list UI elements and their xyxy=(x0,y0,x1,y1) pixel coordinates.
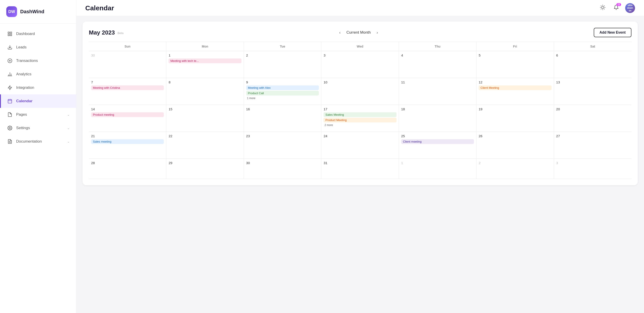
svg-point-17 xyxy=(9,127,10,129)
weekday-mon: Mon xyxy=(166,42,244,51)
sidebar-item-settings[interactable]: Settings ⌄ xyxy=(0,121,76,135)
cal-cell-may13[interactable]: 13 xyxy=(554,78,632,105)
cal-cell-may2[interactable]: 2 xyxy=(244,51,321,78)
bar-chart-icon xyxy=(7,71,12,77)
settings-icon xyxy=(7,125,12,131)
cal-cell-may23[interactable]: 23 xyxy=(244,132,321,159)
event[interactable]: Product Call xyxy=(246,91,319,95)
cal-cell-may29[interactable]: 29 xyxy=(166,159,244,179)
cal-cell-jun3[interactable]: 3 xyxy=(554,159,632,179)
next-month-button[interactable]: › xyxy=(374,29,380,36)
cal-cell-may19[interactable]: 19 xyxy=(476,105,554,132)
cal-cell-may24[interactable]: 24 xyxy=(321,132,399,159)
cal-cell-may17[interactable]: 17 Sales Meeting Product Meeting 2 more xyxy=(321,105,399,132)
sidebar-item-calendar[interactable]: Calendar xyxy=(0,94,76,108)
topbar: Calendar 15 uttindownon xyxy=(76,0,644,16)
day-number: 11 xyxy=(401,80,474,84)
cal-cell-may25[interactable]: 25 Client meeting xyxy=(399,132,476,159)
cal-cell-may22[interactable]: 22 xyxy=(166,132,244,159)
cal-cell-may1[interactable]: 1 Meeting with tech te... xyxy=(166,51,244,78)
weekday-thu: Thu xyxy=(399,42,476,51)
svg-line-24 xyxy=(604,9,604,9)
notifications-button[interactable]: 15 xyxy=(612,3,621,12)
event[interactable]: Meeting with Alex xyxy=(246,85,319,90)
weekday-tue: Tue xyxy=(244,42,321,51)
day-number: 27 xyxy=(556,134,629,138)
day-number: 1 xyxy=(401,161,474,165)
svg-line-23 xyxy=(601,5,601,6)
add-event-button[interactable]: Add New Event xyxy=(594,28,632,37)
weekday-fri: Fri xyxy=(476,42,554,51)
cal-cell-may11[interactable]: 11 xyxy=(399,78,476,105)
prev-month-button[interactable]: ‹ xyxy=(337,29,343,36)
cal-cell-jun2[interactable]: 2 xyxy=(476,159,554,179)
event[interactable]: Sales Meeting xyxy=(324,112,396,117)
day-number: 14 xyxy=(91,107,164,111)
cal-cell-may16[interactable]: 16 xyxy=(244,105,321,132)
sidebar-item-integration[interactable]: Integration xyxy=(0,81,76,94)
cal-cell-may4[interactable]: 4 xyxy=(399,51,476,78)
cal-cell-may14[interactable]: 14 Product meeting xyxy=(89,105,166,132)
cal-cell-may12[interactable]: 12 Client Meeting xyxy=(476,78,554,105)
cal-cell-jun1[interactable]: 1 xyxy=(399,159,476,179)
cal-cell-apr30[interactable]: 30 xyxy=(89,51,166,78)
brand-name: DashWind xyxy=(20,9,44,14)
cal-cell-may15[interactable]: 15 xyxy=(166,105,244,132)
event[interactable]: Product meeting xyxy=(91,112,164,117)
event[interactable]: Sales meeting xyxy=(91,139,164,144)
cal-cell-may31[interactable]: 31 xyxy=(321,159,399,179)
calendar-header: May 2023 Beta ‹ Current Month › Add New … xyxy=(89,28,632,37)
day-number: 5 xyxy=(478,53,551,57)
cal-cell-may7[interactable]: 7 Meeting with Cristina xyxy=(89,78,166,105)
event[interactable]: Product Meeting xyxy=(324,118,396,122)
user-avatar[interactable]: uttindownon xyxy=(625,3,635,13)
more-events[interactable]: 1 more xyxy=(246,96,319,100)
sidebar-item-transactions[interactable]: Transactions xyxy=(0,54,76,67)
sidebar-item-analytics[interactable]: Analytics xyxy=(0,67,76,81)
sidebar-item-leads[interactable]: Leads xyxy=(0,40,76,54)
day-number: 3 xyxy=(324,53,396,57)
weekday-wed: Wed xyxy=(321,42,399,51)
day-number: 30 xyxy=(246,161,319,165)
brand-initials: DW xyxy=(8,9,15,14)
event[interactable]: Meeting with Cristina xyxy=(91,85,164,90)
more-events[interactable]: 2 more xyxy=(324,123,396,127)
notification-badge: 15 xyxy=(616,3,621,6)
sidebar-item-dashboard[interactable]: Dashboard xyxy=(0,27,76,40)
cal-cell-may3[interactable]: 3 xyxy=(321,51,399,78)
sidebar-item-label: Documentation xyxy=(16,139,42,144)
day-number: 4 xyxy=(401,53,474,57)
theme-toggle-button[interactable] xyxy=(598,3,607,12)
calendar-grid: Sun Mon Tue Wed Thu Fri Sat 30 1 Meeting… xyxy=(89,42,632,179)
sun-icon xyxy=(600,5,606,11)
download-icon xyxy=(7,45,12,50)
sidebar-item-pages[interactable]: Pages ⌄ xyxy=(0,108,76,121)
cal-cell-may26[interactable]: 26 xyxy=(476,132,554,159)
sidebar-item-label: Dashboard xyxy=(16,32,35,36)
cal-cell-may5[interactable]: 5 xyxy=(476,51,554,78)
calendar-beta-label: Beta xyxy=(118,30,124,35)
event[interactable]: Meeting with tech te... xyxy=(168,58,241,63)
day-number: 26 xyxy=(478,134,551,138)
cal-cell-may27[interactable]: 27 xyxy=(554,132,632,159)
svg-rect-1 xyxy=(10,32,12,33)
day-number: 17 xyxy=(324,107,396,111)
main-content: Calendar 15 uttindownon xyxy=(76,0,644,313)
cal-cell-may9[interactable]: 9 Meeting with Alex Product Call 1 more xyxy=(244,78,321,105)
calendar-week-4: 21 Sales meeting 22 23 24 25 Client meet… xyxy=(89,132,632,159)
cal-cell-may8[interactable]: 8 xyxy=(166,78,244,105)
sidebar-item-documentation[interactable]: Documentation ⌄ xyxy=(0,135,76,148)
event[interactable]: Client Meeting xyxy=(478,85,551,90)
svg-line-27 xyxy=(601,9,601,9)
calendar-week-3: 14 Product meeting 15 16 17 Sales Meetin… xyxy=(89,105,632,132)
cal-cell-may20[interactable]: 20 xyxy=(554,105,632,132)
cal-cell-may10[interactable]: 10 xyxy=(321,78,399,105)
cal-cell-may18[interactable]: 18 xyxy=(399,105,476,132)
event[interactable]: Client meeting xyxy=(401,139,474,144)
day-number: 12 xyxy=(478,80,551,84)
current-month-label: Current Month xyxy=(346,30,371,35)
cal-cell-may21[interactable]: 21 Sales meeting xyxy=(89,132,166,159)
cal-cell-may28[interactable]: 28 xyxy=(89,159,166,179)
cal-cell-may6[interactable]: 6 xyxy=(554,51,632,78)
cal-cell-may30[interactable]: 30 xyxy=(244,159,321,179)
